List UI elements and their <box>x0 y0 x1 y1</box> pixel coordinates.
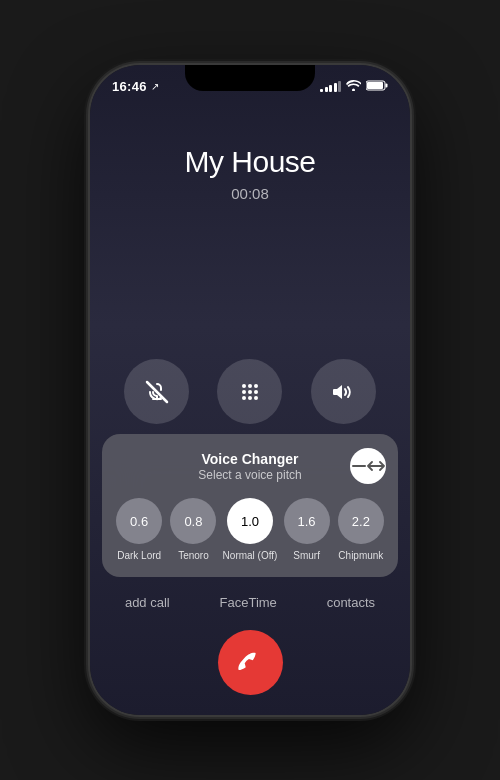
notch <box>185 65 315 91</box>
svg-point-6 <box>254 384 258 388</box>
vc-option-tenoro[interactable]: 0.8 Tenoro <box>168 498 218 561</box>
status-time: 16:46 <box>112 79 147 94</box>
svg-rect-1 <box>367 82 383 89</box>
vc-label-normal: Normal (Off) <box>223 550 278 561</box>
speaker-button[interactable] <box>311 359 376 424</box>
vc-option-smurf[interactable]: 1.6 Smurf <box>281 498 331 561</box>
svg-point-5 <box>248 384 252 388</box>
vc-label-tenoro: Tenoro <box>178 550 209 561</box>
vc-title: Voice Changer <box>150 451 350 467</box>
vc-subtitle: Select a voice pitch <box>150 468 350 482</box>
voice-changer-panel: Voice Changer Select a voice pitch <box>102 434 398 577</box>
call-duration: 00:08 <box>110 185 390 202</box>
vc-header: Voice Changer Select a voice pitch <box>114 448 386 484</box>
call-info: My House 00:08 <box>90 95 410 349</box>
svg-point-12 <box>254 396 258 400</box>
battery-icon <box>366 77 388 95</box>
svg-rect-2 <box>386 84 388 88</box>
add-call-button[interactable]: add call <box>125 595 170 610</box>
mute-button[interactable] <box>124 359 189 424</box>
vc-options: 0.6 Dark Lord 0.8 Tenoro 1.0 Normal ( <box>114 498 386 561</box>
signal-bars-icon <box>320 81 341 92</box>
vc-option-dark-lord[interactable]: 0.6 Dark Lord <box>114 498 164 561</box>
vc-circle-chipmunk: 2.2 <box>338 498 384 544</box>
call-controls <box>90 349 410 434</box>
svg-point-8 <box>248 390 252 394</box>
svg-point-7 <box>242 390 246 394</box>
vc-label-chipmunk: Chipmunk <box>338 550 383 561</box>
end-call-area <box>90 620 410 715</box>
vc-title-block: Voice Changer Select a voice pitch <box>150 451 350 482</box>
bottom-actions: add call FaceTime contacts <box>90 577 410 620</box>
call-contact: My House <box>110 145 390 179</box>
facetime-button[interactable]: FaceTime <box>220 595 277 610</box>
vc-circle-normal: 1.0 <box>227 498 273 544</box>
vc-circle-smurf: 1.6 <box>284 498 330 544</box>
wifi-icon <box>346 77 361 95</box>
svg-point-10 <box>242 396 246 400</box>
vc-option-normal[interactable]: 1.0 Normal (Off) <box>223 498 278 561</box>
keypad-button[interactable] <box>217 359 282 424</box>
vc-label-dark-lord: Dark Lord <box>117 550 161 561</box>
vc-circle-dark-lord: 0.6 <box>116 498 162 544</box>
status-icons <box>320 77 388 95</box>
contacts-button[interactable]: contacts <box>327 595 375 610</box>
vc-label-smurf: Smurf <box>293 550 320 561</box>
location-arrow-icon: ↗ <box>151 81 159 92</box>
svg-point-11 <box>248 396 252 400</box>
svg-point-4 <box>242 384 246 388</box>
svg-point-9 <box>254 390 258 394</box>
phone-frame: 16:46 ↗ <box>90 65 410 715</box>
end-call-button[interactable] <box>218 630 283 695</box>
vc-close-button[interactable] <box>350 448 386 484</box>
screen: 16:46 ↗ <box>90 65 410 715</box>
vc-option-chipmunk[interactable]: 2.2 Chipmunk <box>336 498 386 561</box>
vc-circle-tenoro: 0.8 <box>170 498 216 544</box>
